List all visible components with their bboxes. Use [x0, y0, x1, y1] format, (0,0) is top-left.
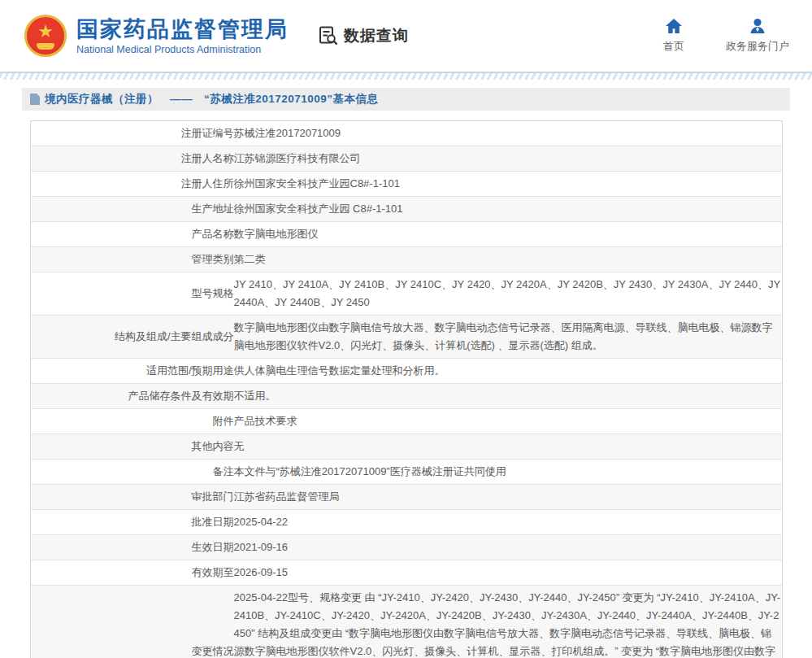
data-query-tab[interactable]: 数据查询: [318, 25, 409, 46]
field-label: 注册证编号: [31, 121, 234, 146]
header-stripe-divider: [0, 72, 812, 80]
table-row: 生产地址徐州国家安全科技产业园 C8#-1-101: [31, 197, 783, 222]
field-value: 数字脑电地形图仪: [234, 222, 783, 247]
field-label: 产品名称: [31, 222, 234, 247]
field-label: 变更情况: [31, 586, 234, 658]
table-row: 结构及组成/主要组成成分数字脑电地形图仪由数字脑电信号放大器、数字脑电动态信号记…: [31, 316, 783, 359]
page-title-bar: 境内医疗器械（注册） —— “苏械注准20172071009”基本信息: [22, 88, 790, 111]
field-value: 2021-09-16: [234, 535, 783, 560]
field-value: 产品技术要求: [234, 409, 783, 434]
data-query-icon: [318, 25, 339, 46]
field-value: 徐州国家安全科技产业园C8#-1-101: [234, 172, 783, 197]
field-value: 2025-04-22: [234, 510, 783, 535]
table-row: 审批部门江苏省药品监督管理局: [31, 485, 783, 510]
site-subtitle: National Medical Products Administration: [76, 44, 289, 55]
site-header: 国家药品监督管理局 National Medical Products Admi…: [0, 0, 812, 72]
field-value: 数字脑电地形图仪由数字脑电信号放大器、数字脑电动态信号记录器、医用隔离电源、导联…: [234, 316, 783, 359]
table-row: 附件产品技术要求: [31, 409, 783, 434]
field-label: 产品储存条件及有效期: [31, 384, 234, 409]
user-icon: [749, 18, 766, 34]
page-title: 境内医疗器械（注册） —— “苏械注准20172071009”基本信息: [45, 92, 379, 107]
home-icon: [665, 18, 683, 34]
table-row: 生效日期2021-09-16: [31, 535, 783, 560]
field-value: 本文件与“苏械注准20172071009”医疗器械注册证共同使用: [234, 460, 783, 485]
top-nav: 首页 政务服务门户: [654, 18, 789, 54]
table-row: 批准日期2025-04-22: [31, 510, 783, 535]
field-label: 批准日期: [31, 510, 234, 535]
nav-home-label: 首页: [663, 39, 684, 54]
table-row: 注册证编号苏械注准20172071009: [31, 121, 783, 146]
field-label: 管理类别: [31, 247, 234, 272]
field-value: 江苏省药品监督管理局: [234, 485, 783, 510]
table-row: 备注本文件与“苏械注准20172071009”医疗器械注册证共同使用: [31, 460, 783, 485]
table-row: 其他内容无: [31, 434, 783, 460]
field-value: 第二类: [234, 247, 783, 272]
registration-table-wrap: 注册证编号苏械注准20172071009注册人名称江苏锦源医疗科技有限公司注册人…: [30, 120, 783, 658]
table-row: 产品名称数字脑电地形图仪: [31, 222, 783, 247]
table-row: 适用范围/预期用途供人体脑电生理信号数据定量处理和分析用。: [31, 359, 783, 384]
table-row: 注册人名称江苏锦源医疗科技有限公司: [31, 146, 783, 172]
field-value: 苏械注准20172071009: [234, 121, 783, 146]
nav-gov-portal[interactable]: 政务服务门户: [726, 18, 789, 54]
field-value: 徐州国家安全科技产业园 C8#-1-101: [234, 197, 783, 222]
field-value: 不适用。: [234, 384, 783, 409]
site-title: 国家药品监督管理局: [76, 17, 289, 41]
nav-gov-portal-label: 政务服务门户: [726, 39, 789, 54]
brand-block: 国家药品监督管理局 National Medical Products Admi…: [76, 17, 289, 55]
field-value: 供人体脑电生理信号数据定量处理和分析用。: [234, 359, 783, 384]
field-label: 适用范围/预期用途: [31, 359, 234, 384]
field-value: 无: [234, 434, 783, 460]
field-value: 2025-04-22型号、规格变更 由 “JY-2410、JY-2420、JY-…: [234, 586, 783, 658]
field-label: 附件: [31, 409, 234, 434]
field-label: 生效日期: [31, 535, 234, 560]
field-value: 江苏锦源医疗科技有限公司: [234, 146, 783, 172]
field-value: JY 2410、JY 2410A、JY 2410B、JY 2410C、JY 24…: [234, 272, 783, 316]
field-label: 有效期至: [31, 560, 234, 586]
table-row: 管理类别第二类: [31, 247, 783, 272]
table-row: 变更情况2025-04-22型号、规格变更 由 “JY-2410、JY-2420…: [31, 586, 783, 658]
field-label: 注册人住所: [31, 172, 234, 197]
field-label: 审批部门: [31, 485, 234, 510]
field-label: 结构及组成/主要组成成分: [31, 316, 234, 359]
nav-home[interactable]: 首页: [654, 18, 693, 54]
table-row: 注册人住所徐州国家安全科技产业园C8#-1-101: [31, 172, 783, 197]
data-query-label: 数据查询: [344, 25, 409, 46]
field-label: 注册人名称: [31, 146, 234, 172]
document-icon: [30, 94, 40, 105]
field-label: 生产地址: [31, 197, 234, 222]
field-label: 其他内容: [31, 434, 234, 460]
field-label: 型号规格: [31, 272, 234, 316]
table-row: 型号规格JY 2410、JY 2410A、JY 2410B、JY 2410C、J…: [31, 272, 783, 316]
table-row: 产品储存条件及有效期不适用。: [31, 384, 783, 409]
registration-table: 注册证编号苏械注准20172071009注册人名称江苏锦源医疗科技有限公司注册人…: [30, 120, 783, 658]
national-emblem-logo: [24, 15, 67, 57]
field-value: 2026-09-15: [234, 560, 783, 586]
field-label: 备注: [31, 460, 234, 485]
table-row: 有效期至2026-09-15: [31, 560, 783, 586]
